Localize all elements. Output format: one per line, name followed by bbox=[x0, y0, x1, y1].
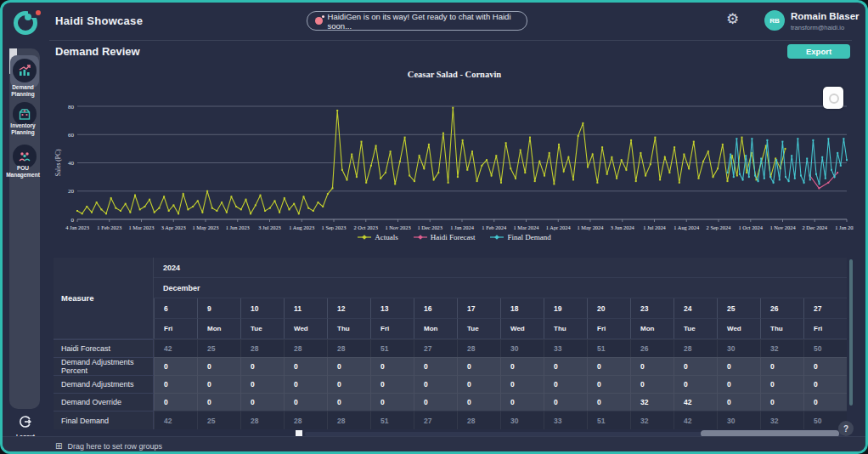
table-cell[interactable]: 0 bbox=[154, 393, 197, 411]
day-name-header: Wed bbox=[717, 319, 760, 339]
table-cell[interactable]: 0 bbox=[500, 375, 544, 393]
table-cell: 51 bbox=[587, 411, 630, 429]
sidebar-item-label: Inventory Planning bbox=[3, 122, 42, 136]
svg-text:1 May 2024: 1 May 2024 bbox=[578, 224, 605, 230]
row-groups-drop-zone[interactable]: ⊞ Drag here to set row groups bbox=[55, 441, 162, 451]
settings-gear-icon[interactable]: ⚙ bbox=[726, 12, 739, 26]
legend-item-haidi-forecast[interactable]: Haidi Forecast bbox=[414, 233, 476, 241]
table-cell[interactable]: 0 bbox=[240, 357, 284, 375]
table-cell[interactable]: 0 bbox=[197, 375, 240, 393]
table-cell[interactable]: 0 bbox=[457, 357, 500, 375]
table-cell[interactable]: 0 bbox=[154, 375, 197, 393]
svg-text:1 Nov 2023: 1 Nov 2023 bbox=[385, 224, 410, 230]
app-title: Haidi Showcase bbox=[55, 14, 143, 27]
table-cell: 25 bbox=[197, 411, 240, 429]
table-cell[interactable]: 0 bbox=[674, 375, 717, 393]
svg-text:1 Dec 2023: 1 Dec 2023 bbox=[418, 224, 442, 230]
table-cell[interactable]: 0 bbox=[717, 393, 760, 411]
day-number-header: 19 bbox=[544, 298, 587, 319]
table-cell[interactable]: 0 bbox=[370, 393, 414, 411]
table-cell: 32 bbox=[630, 411, 674, 429]
table-cell[interactable]: 0 bbox=[327, 393, 370, 411]
table-cell[interactable]: 0 bbox=[240, 375, 284, 393]
table-cell[interactable]: 0 bbox=[414, 357, 457, 375]
demand-planning-icon bbox=[13, 59, 37, 82]
day-number-header: 6 bbox=[154, 298, 197, 319]
table-cell[interactable]: 0 bbox=[803, 393, 847, 411]
haidi-logo-icon bbox=[12, 9, 41, 37]
row-label-demand-adjustments-percent: Demand Adjustments Percent bbox=[54, 357, 154, 375]
chart-menu-button[interactable] bbox=[823, 87, 843, 109]
table-cell[interactable]: 0 bbox=[327, 357, 370, 375]
table-cell[interactable]: 0 bbox=[760, 393, 803, 411]
table-cell[interactable]: 0 bbox=[717, 357, 760, 375]
demand-chart[interactable]: 020406080Sales (PC)4 Jan 20231 Feb 20231… bbox=[54, 81, 854, 230]
table-cell[interactable]: 0 bbox=[154, 357, 197, 375]
day-name-header: Tue bbox=[674, 319, 717, 339]
day-number-header: 9 bbox=[197, 298, 240, 319]
table-cell[interactable]: 0 bbox=[414, 393, 457, 411]
day-name-header: Fri bbox=[370, 319, 414, 339]
table-cell: 28 bbox=[327, 411, 370, 429]
table-cell[interactable]: 0 bbox=[500, 357, 544, 375]
legend-item-final-demand[interactable]: Final Demand bbox=[490, 233, 550, 241]
table-cell[interactable]: 0 bbox=[803, 375, 847, 393]
table-cell[interactable]: 0 bbox=[587, 375, 630, 393]
svg-text:0: 0 bbox=[71, 217, 75, 224]
table-cell[interactable]: 0 bbox=[760, 357, 803, 375]
vertical-scrollbar[interactable] bbox=[849, 259, 853, 406]
table-cell[interactable]: 0 bbox=[370, 357, 414, 375]
table-cell: 25 bbox=[197, 339, 240, 357]
table-cell[interactable]: 0 bbox=[587, 357, 630, 375]
table-cell[interactable]: 0 bbox=[544, 375, 587, 393]
month-header: December bbox=[154, 278, 847, 298]
table-cell: 30 bbox=[500, 411, 544, 429]
svg-text:1 Aug 2024: 1 Aug 2024 bbox=[674, 224, 700, 230]
table-cell[interactable]: 32 bbox=[630, 393, 674, 411]
table-cell[interactable]: 0 bbox=[630, 375, 674, 393]
table-cell[interactable]: 0 bbox=[240, 393, 284, 411]
table-cell[interactable]: 0 bbox=[370, 375, 414, 393]
day-name-header: Fri bbox=[154, 319, 197, 339]
table-cell: 27 bbox=[414, 411, 457, 429]
row-label-final-demand: Final Demand bbox=[54, 411, 154, 429]
day-name-header: Tue bbox=[240, 319, 284, 339]
table-cell[interactable]: 0 bbox=[327, 375, 370, 393]
table-cell: 28 bbox=[457, 411, 500, 429]
svg-text:40: 40 bbox=[68, 160, 75, 167]
table-cell[interactable]: 0 bbox=[674, 357, 717, 375]
table-cell[interactable]: 0 bbox=[630, 357, 674, 375]
export-button[interactable]: Export bbox=[787, 44, 850, 59]
svg-text:1 Oct 2024: 1 Oct 2024 bbox=[739, 224, 764, 230]
table-cell: 26 bbox=[630, 339, 674, 357]
day-number-header: 23 bbox=[630, 298, 674, 319]
table-cell[interactable]: 0 bbox=[544, 357, 587, 375]
table-cell[interactable]: 0 bbox=[284, 393, 327, 411]
table-cell[interactable]: 0 bbox=[457, 393, 500, 411]
svg-text:80: 80 bbox=[68, 104, 75, 111]
table-cell[interactable]: 0 bbox=[284, 357, 327, 375]
table-cell: 51 bbox=[587, 339, 630, 357]
table-cell: 42 bbox=[154, 411, 197, 429]
table-cell: 42 bbox=[154, 339, 197, 357]
avatar[interactable]: RB bbox=[764, 10, 785, 31]
table-cell[interactable]: 0 bbox=[414, 375, 457, 393]
legend-item-actuals[interactable]: Actuals bbox=[358, 233, 398, 241]
table-cell[interactable]: 0 bbox=[284, 375, 327, 393]
table-cell: 51 bbox=[370, 411, 414, 429]
table-cell[interactable]: 42 bbox=[674, 393, 717, 411]
table-cell[interactable]: 0 bbox=[717, 375, 760, 393]
table-cell[interactable]: 0 bbox=[587, 393, 630, 411]
table-cell[interactable]: 0 bbox=[760, 375, 803, 393]
svg-text:1 Apr 2024: 1 Apr 2024 bbox=[546, 224, 572, 230]
table-cell[interactable]: 0 bbox=[197, 393, 240, 411]
table-cell[interactable]: 0 bbox=[457, 375, 500, 393]
haidigen-banner[interactable]: HaidiGen is on its way! Get ready to cha… bbox=[307, 11, 527, 31]
svg-text:Sales (PC): Sales (PC) bbox=[54, 149, 62, 176]
table-cell[interactable]: 0 bbox=[544, 393, 587, 411]
svg-text:3 Apr 2023: 3 Apr 2023 bbox=[161, 224, 186, 230]
table-cell[interactable]: 0 bbox=[197, 357, 240, 375]
table-cell[interactable]: 0 bbox=[500, 393, 544, 411]
help-button[interactable]: ? bbox=[838, 421, 854, 436]
table-cell[interactable]: 0 bbox=[803, 357, 847, 375]
